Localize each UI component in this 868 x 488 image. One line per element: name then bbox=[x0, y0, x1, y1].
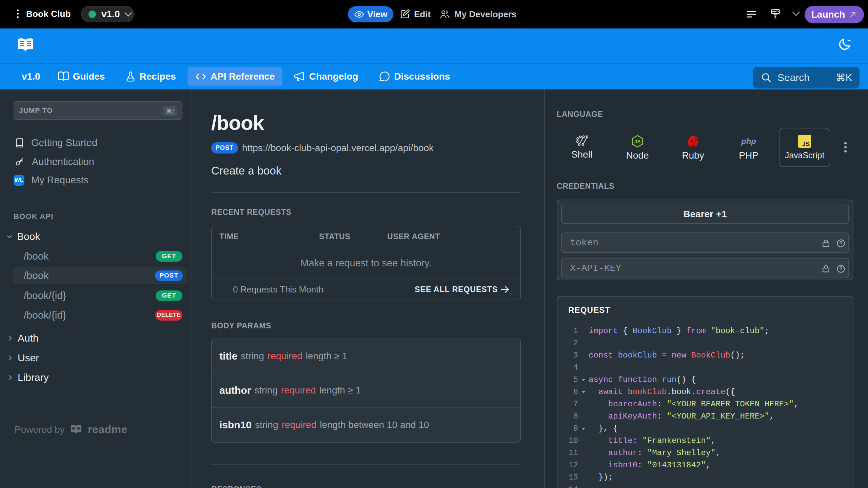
svg-text:JS: JS bbox=[802, 141, 810, 147]
svg-text:JS: JS bbox=[634, 139, 640, 144]
svg-text:php: php bbox=[741, 137, 756, 146]
